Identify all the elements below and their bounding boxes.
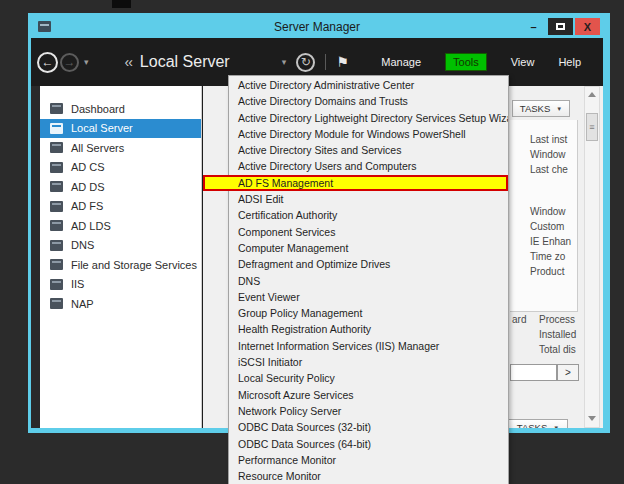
sidebar-item-label: AD LDS — [71, 220, 111, 232]
menu-item[interactable]: ADSI Edit — [229, 191, 508, 207]
server-manager-app-icon — [38, 21, 51, 32]
sidebar-item-dns[interactable]: DNS — [40, 236, 201, 256]
menu-item[interactable]: Active Directory Users and Computers — [229, 158, 508, 174]
property-label: Product — [530, 266, 564, 277]
sidebar-item-label: AD DS — [71, 181, 105, 193]
back-button[interactable]: ← — [37, 52, 58, 73]
title-bar: Server Manager – X — [31, 16, 603, 38]
sidebar-item-dashboard[interactable]: Dashboard — [40, 99, 201, 119]
menu-item[interactable]: ODBC Data Sources (64-bit) — [229, 436, 508, 452]
menu-item[interactable]: Active Directory Lightweight Directory S… — [229, 110, 508, 126]
annotation-highlight-extension — [203, 175, 229, 191]
menu-item[interactable]: iSCSI Initiator — [229, 354, 508, 370]
property-label: Installed — [539, 329, 576, 340]
menu-item[interactable]: Certification Authority — [229, 207, 508, 223]
filter-input[interactable] — [510, 364, 557, 381]
menu-bar: Manage Tools View Help — [381, 53, 603, 71]
menu-item[interactable]: Component Services — [229, 224, 508, 240]
menu-item[interactable]: Active Directory Domains and Trusts — [229, 93, 508, 109]
menu-item[interactable]: Active Directory Module for Windows Powe… — [229, 126, 508, 142]
menu-item[interactable]: Network Policy Server — [229, 403, 508, 419]
iis-icon — [50, 279, 63, 290]
sidebar-item-ad-cs[interactable]: AD CS — [40, 158, 201, 178]
menu-item[interactable]: Active Directory Administrative Center — [229, 77, 508, 93]
dashboard-icon — [50, 103, 63, 114]
property-label: Window — [530, 206, 566, 217]
minimize-button[interactable]: – — [521, 18, 546, 35]
nav-separator — [325, 54, 326, 70]
sidebar-item-label: Dashboard — [71, 103, 125, 115]
sidebar-item-label: Local Server — [71, 122, 133, 134]
property-label: Total dis — [539, 344, 576, 355]
ad-fs-icon — [50, 201, 63, 212]
history-dropdown-icon[interactable]: ▾ — [84, 57, 89, 67]
menu-item[interactable]: Computer Management — [229, 240, 508, 256]
ad-cs-icon — [50, 162, 63, 173]
nap-icon — [50, 298, 63, 309]
breadcrumb-dropdown-icon[interactable]: ▾ — [282, 57, 287, 67]
sidebar-item-label: File and Storage Services — [71, 259, 197, 271]
sidebar-item-iis[interactable]: IIS — [40, 275, 201, 295]
scroll-down-icon — [588, 416, 596, 421]
scroll-down-button[interactable] — [585, 412, 599, 425]
sidebar-item-label: IIS — [71, 278, 84, 290]
menu-item[interactable]: Resource Monitor — [229, 468, 508, 484]
background-artifact — [112, 0, 131, 8]
menu-item[interactable]: Defragment and Optimize Drives — [229, 256, 508, 272]
sidebar-item-ad-fs[interactable]: AD FS — [40, 197, 201, 217]
close-button[interactable]: X — [575, 18, 600, 35]
ad-ds-icon — [50, 181, 63, 192]
sidebar-item-file-storage[interactable]: File and Storage Services ▷ — [40, 255, 201, 275]
sidebar-item-ad-ds[interactable]: AD DS — [40, 177, 201, 197]
sidebar-item-label: AD FS — [71, 200, 103, 212]
scroll-up-button[interactable] — [585, 88, 599, 101]
desktop: { "window": { "title": "Server Manager" … — [0, 0, 624, 484]
menu-item[interactable]: Local Security Policy — [229, 370, 508, 386]
breadcrumb-chevrons-icon: ‹‹ — [125, 54, 132, 70]
menu-item[interactable]: Group Policy Management — [229, 305, 508, 321]
tasks-button[interactable]: TASKS ▼ — [512, 100, 570, 117]
menu-help[interactable]: Help — [558, 56, 581, 68]
property-label: Last che — [530, 164, 568, 175]
sidebar-item-label: AD CS — [71, 161, 105, 173]
menu-tools[interactable]: Tools — [445, 53, 487, 71]
menu-item-ad-fs-management[interactable]: AD FS Management — [229, 175, 508, 191]
menu-item[interactable]: ODBC Data Sources (32-bit) — [229, 419, 508, 435]
property-label: Last inst — [530, 134, 567, 145]
scroll-up-icon — [588, 92, 596, 97]
property-fragment: ard — [512, 314, 526, 325]
property-label: Window — [530, 149, 566, 160]
maximize-icon — [556, 23, 565, 30]
property-label: Time zo — [530, 251, 565, 262]
sidebar-item-local-server[interactable]: Local Server — [40, 119, 201, 139]
next-chevron-button[interactable]: > — [557, 364, 579, 381]
menu-item[interactable]: Performance Monitor — [229, 452, 508, 468]
sidebar-item-all-servers[interactable]: All Servers — [40, 138, 201, 158]
menu-item[interactable]: Event Viewer — [229, 289, 508, 305]
maximize-button[interactable] — [548, 18, 573, 35]
tasks-button-bottom[interactable]: TASKS ▼ — [508, 419, 568, 428]
menu-manage[interactable]: Manage — [381, 56, 421, 68]
sidebar-item-nap[interactable]: NAP — [40, 294, 201, 314]
tools-dropdown-menu: Active Directory Administrative Center A… — [228, 75, 509, 484]
menu-view[interactable]: View — [511, 56, 535, 68]
local-server-icon — [50, 123, 63, 134]
menu-item[interactable]: Active Directory Sites and Services — [229, 142, 508, 158]
vertical-scrollbar[interactable]: ≡ — [584, 86, 600, 428]
menu-item[interactable]: Microsoft Azure Services — [229, 387, 508, 403]
window-controls: – X — [521, 18, 600, 35]
breadcrumb[interactable]: Local Server — [140, 53, 230, 71]
forward-button[interactable]: → — [60, 53, 79, 72]
scrollbar-thumb[interactable]: ≡ — [586, 113, 598, 141]
menu-item[interactable]: DNS — [229, 273, 508, 289]
all-servers-icon — [50, 142, 63, 153]
sidebar-item-label: All Servers — [71, 142, 124, 154]
menu-item[interactable]: Internet Information Services (IIS) Mana… — [229, 338, 508, 354]
property-label: Process — [539, 314, 575, 325]
tasks-label: TASKS — [517, 422, 547, 428]
menu-item[interactable]: Health Registration Authority — [229, 321, 508, 337]
notifications-flag-icon[interactable]: ⚑ — [336, 54, 349, 70]
dns-icon — [50, 240, 63, 251]
sidebar-item-ad-lds[interactable]: AD LDS — [40, 216, 201, 236]
refresh-icon[interactable]: ↻ — [296, 53, 315, 72]
